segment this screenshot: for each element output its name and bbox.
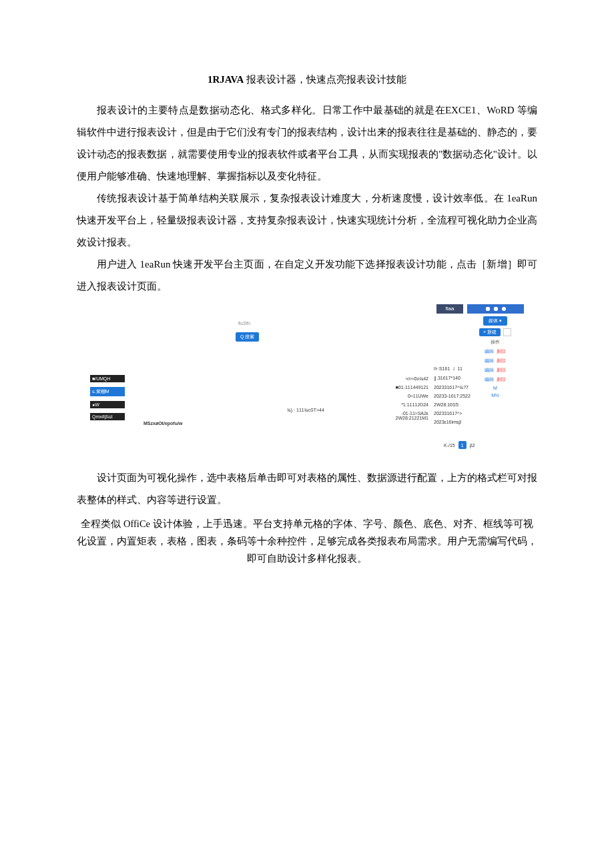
paragraph-5: 全程类似 OffiCe 设计体验，上手迅速。平台支持单元格的字体、字号、颜色、底… (77, 515, 537, 567)
caption-text: MSzxøOt/epofu/w (143, 421, 182, 426)
cell: *1:1111JO24 (385, 402, 428, 407)
cell: 2023ε16imsβ (434, 420, 479, 424)
paragraph-3: 用户进入 1eaRun 快速开发平台主页面，在自定义开发功能下选择报表设计功能，… (77, 254, 537, 298)
cell: -01-11≈SA2ε 2W28:21221M1 (385, 411, 428, 420)
row-link[interactable]: M (493, 386, 497, 390)
cell: 2W28:16S5: (434, 402, 479, 407)
left-nav: ■/UMQH ≤.紫棚M ●W Qmx#β¼t (90, 375, 125, 420)
delete-link[interactable]: 删除 (497, 368, 506, 372)
apps-icon (494, 307, 498, 311)
edit-link[interactable]: 编辑 (485, 368, 494, 372)
right-panel: 媒体 ▾ + 新建 操作 编辑删除 编辑删除 编辑删除 编辑删除 M M½ (472, 316, 519, 398)
title-rest: 报表设计器，快速点亮报表设计技能 (244, 74, 406, 85)
cell: ■01-111449121 (385, 385, 428, 390)
add-button[interactable]: + 新建 (479, 328, 501, 336)
edit-link[interactable]: 编辑 (485, 377, 494, 382)
pager-label: K-/15 (444, 443, 455, 448)
row-link[interactable]: M½ (491, 393, 499, 398)
top-icon-bar[interactable] (467, 304, 524, 314)
delete-link[interactable]: 删除 (497, 358, 506, 363)
delete-link[interactable]: 删除 (497, 349, 506, 354)
cell: ‹σ›≈0o¾42 (385, 376, 428, 381)
edit-link[interactable]: 编辑 (485, 358, 494, 363)
cell: 0≈11UWe (385, 394, 428, 398)
title-bold: 1RJAVA (208, 74, 244, 85)
pager-current[interactable]: 1 (458, 441, 467, 449)
cell: 202331617^> (434, 411, 479, 416)
paragraph-1: 报表设计的主要特点是数据动态化、格式多样化。日常工作中最基础的就是在EXCE1、… (77, 99, 537, 187)
nav-item-1[interactable]: ■/UMQH (90, 375, 125, 382)
pager: K-/15 1 β2 (444, 441, 475, 449)
paragraph-4: 设计页面为可视化操作，选中表格后单击即可对表格的属性、数据源进行配置，上方的格式… (77, 467, 537, 511)
avatar-icon (502, 307, 506, 311)
embedded-screenshot: fiaa fi≤Sfn Q 搜索 ■/UMQH ≤.紫棚M ●W Qmx#β¼t… (90, 304, 524, 458)
nav-item-4[interactable]: Qmx#β¼t (90, 413, 125, 420)
op-header: 操作 (491, 339, 500, 346)
pager-size: β2 (470, 443, 475, 448)
nav-item-2[interactable]: ≤.紫棚M (90, 387, 125, 396)
brand-badge: fiaa (436, 304, 463, 314)
delete-link[interactable]: 删除 (497, 377, 506, 382)
edit-link[interactable]: 编辑 (485, 349, 494, 354)
data-col-a: ‹σ›≈0o¾42 ■01-111449121 0≈11UWe *1:1111J… (385, 376, 428, 420)
media-dropdown[interactable]: 媒体 ▾ (483, 316, 507, 326)
search-button[interactable]: Q 搜索 (236, 332, 259, 342)
doc-title: 1RJAVA 报表设计器，快速点亮报表设计技能 (77, 73, 537, 86)
paragraph-2: 传统报表设计基于简单结构关联展示，复杂报表设计难度大，分析速度慢，设计效率低。在… (77, 187, 537, 254)
grid-icon (486, 307, 490, 311)
mid-tag: ¾) · 111¾cST>44 (287, 408, 324, 412)
aux-button[interactable] (503, 328, 511, 336)
filter-label: fi≤Sfn (238, 321, 250, 326)
nav-item-3[interactable]: ●W (90, 401, 125, 408)
document-page: 1RJAVA 报表设计器，快速点亮报表设计技能 报表设计的主要特点是数据动态化、… (0, 0, 614, 634)
